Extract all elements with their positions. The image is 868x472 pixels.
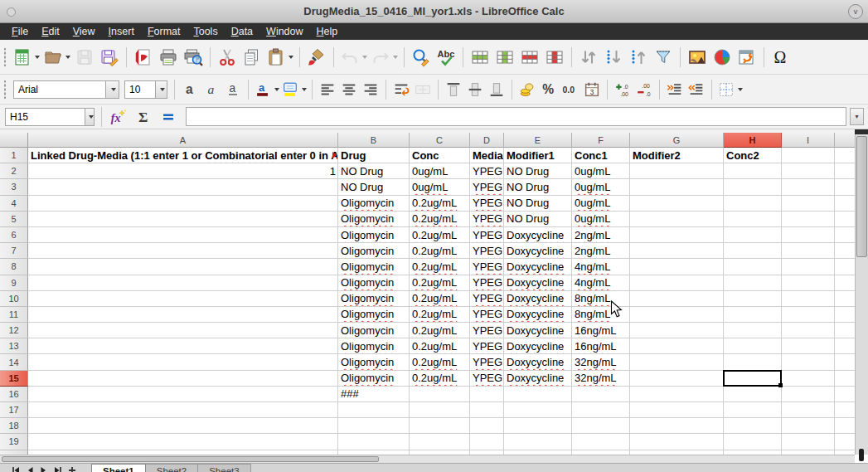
menu-view[interactable]: View <box>66 24 102 39</box>
name-box-input[interactable] <box>6 111 85 123</box>
cell-A3[interactable] <box>28 179 338 195</box>
cell-H18[interactable] <box>724 418 782 434</box>
cell-A2[interactable]: 1 <box>28 163 338 179</box>
cell-I10[interactable] <box>782 291 835 307</box>
cell-H19[interactable] <box>724 434 782 450</box>
cell-G2[interactable] <box>630 163 724 179</box>
cell-E8[interactable]: Doxycycline <box>504 259 572 275</box>
cell-D3[interactable]: YPEG <box>470 179 504 195</box>
cell-F13[interactable]: 16ng/mL <box>572 338 630 354</box>
cell-H4[interactable] <box>724 196 782 212</box>
cell-F14[interactable]: 32ng/mL <box>572 354 630 370</box>
cell-J8[interactable] <box>835 259 855 275</box>
cell-E4[interactable]: NO Drug <box>504 196 572 212</box>
cell-A13[interactable] <box>28 338 338 354</box>
row-header-11[interactable]: 11 <box>0 307 28 323</box>
cell-E15[interactable]: Doxycycline <box>504 371 572 387</box>
formula-button[interactable] <box>158 105 179 129</box>
cell-I3[interactable] <box>782 179 835 195</box>
cell-A6[interactable] <box>28 227 338 243</box>
insert-row-button[interactable] <box>469 45 491 70</box>
cell-J15[interactable] <box>835 371 855 387</box>
paste-dropdown-icon[interactable] <box>289 56 293 59</box>
cell-B9[interactable]: Oligomycin <box>338 275 410 291</box>
save-as-button[interactable] <box>99 45 120 70</box>
cell-E18[interactable] <box>504 418 572 434</box>
cell-I14[interactable] <box>782 354 835 370</box>
row-header-4[interactable]: 4 <box>0 196 28 212</box>
open-button[interactable] <box>43 45 70 70</box>
cell-G3[interactable] <box>630 179 724 195</box>
cell-B5[interactable]: Oligomycin <box>338 212 410 227</box>
sheet-tab-sheet1[interactable]: Sheet1 <box>91 464 146 472</box>
cell-H1[interactable]: Conc2 <box>724 148 782 163</box>
first-sheet-button[interactable] <box>12 466 20 472</box>
font-color-dropdown-icon[interactable] <box>274 88 279 91</box>
font-name-input[interactable] <box>14 84 105 95</box>
cell-F5[interactable]: 0ug/mL <box>572 212 630 227</box>
cell-G18[interactable] <box>630 418 724 434</box>
column-header-H[interactable]: H <box>724 133 782 148</box>
cell-D5[interactable]: YPEG <box>470 212 504 227</box>
cell-D17[interactable] <box>470 402 504 418</box>
row-header-19[interactable]: 19 <box>0 434 28 450</box>
row-header-17[interactable]: 17 <box>0 402 28 418</box>
window-shade-icon[interactable]: v <box>848 4 863 19</box>
special-character-button[interactable]: Ω <box>770 45 792 70</box>
font-name-box[interactable] <box>13 80 119 99</box>
cell-J13[interactable] <box>835 338 855 354</box>
cell-F8[interactable]: 4ng/mL <box>572 259 630 275</box>
clone-formatting-button[interactable] <box>306 45 327 70</box>
cell-D8[interactable]: YPEG <box>470 259 504 275</box>
cell-I1[interactable] <box>782 148 835 163</box>
cell-A14[interactable] <box>28 354 338 370</box>
horizontal-scrollbar-thumb[interactable] <box>2 456 379 462</box>
cell-B1[interactable]: Drug <box>338 148 410 163</box>
cell-E6[interactable]: Doxycycline <box>504 227 572 243</box>
row-header-9[interactable]: 9 <box>0 275 28 291</box>
row-header-10[interactable]: 10 <box>0 291 28 307</box>
cell-I16[interactable] <box>782 387 835 402</box>
paste-button[interactable] <box>266 45 293 70</box>
cell-G17[interactable] <box>630 402 724 418</box>
cell-H7[interactable] <box>724 243 782 259</box>
underline-button[interactable]: a <box>223 77 243 102</box>
cell-H12[interactable] <box>724 323 782 338</box>
window-menu-icon[interactable] <box>7 7 16 17</box>
cell-E9[interactable]: Doxycycline <box>504 275 572 291</box>
cell-J12[interactable] <box>835 323 855 338</box>
delete-column-button[interactable] <box>544 45 565 70</box>
row-header-12[interactable]: 12 <box>0 323 28 338</box>
cell-B16[interactable]: ### <box>338 387 410 402</box>
cell-F17[interactable] <box>572 402 630 418</box>
row-header-18[interactable]: 18 <box>0 418 28 434</box>
cell-E14[interactable]: Doxycycline <box>504 354 572 370</box>
cell-G12[interactable] <box>630 323 724 338</box>
align-left-button[interactable] <box>318 77 337 102</box>
cell-I6[interactable] <box>782 227 835 243</box>
column-header-I[interactable]: I <box>782 133 835 148</box>
sheet-tab-sheet2[interactable]: Sheet2 <box>146 464 198 472</box>
column-header-B[interactable]: B <box>338 133 410 148</box>
vertical-scrollbar[interactable] <box>855 134 868 455</box>
cell-B7[interactable]: Oligomycin <box>338 243 410 259</box>
column-header-J[interactable]: J <box>835 133 855 148</box>
cell-J4[interactable] <box>835 196 855 212</box>
cell-G10[interactable] <box>630 291 724 307</box>
cell-I13[interactable] <box>782 338 835 354</box>
cell-A19[interactable] <box>28 434 338 450</box>
cell-G7[interactable] <box>630 243 724 259</box>
cell-D13[interactable]: YPEG <box>470 338 504 354</box>
cell-E16[interactable] <box>504 387 572 402</box>
row-header-6[interactable]: 6 <box>0 227 28 243</box>
cell-B3[interactable]: NO Drug <box>338 179 410 195</box>
cell-F19[interactable] <box>572 434 630 450</box>
cell-F4[interactable]: 0ug/mL <box>572 196 630 212</box>
cell-D12[interactable]: YPEG <box>470 323 504 338</box>
cell-C2[interactable]: 0ug/mL <box>410 163 470 179</box>
highlight-color-dropdown-icon[interactable] <box>302 88 307 91</box>
select-all-corner[interactable] <box>0 133 28 148</box>
open-dropdown-icon[interactable] <box>65 56 70 59</box>
font-size-dropdown-icon[interactable] <box>155 81 167 98</box>
cell-B8[interactable]: Oligomycin <box>338 259 410 275</box>
